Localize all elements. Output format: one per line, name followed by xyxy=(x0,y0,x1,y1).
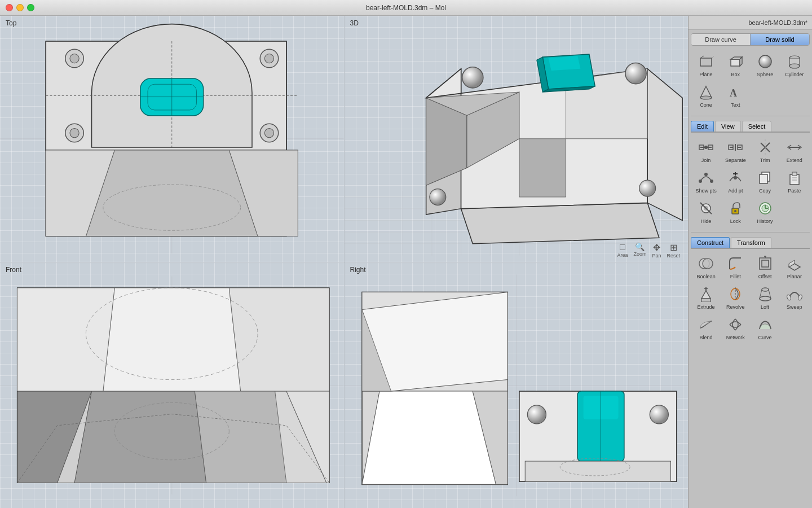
svg-line-86 xyxy=(712,56,714,58)
viewport-right[interactable]: Right xyxy=(345,262,689,509)
add-pt-icon xyxy=(726,169,744,187)
planar-label: Planar xyxy=(787,274,802,279)
plane-label: Plane xyxy=(700,72,713,77)
offset-label: Offset xyxy=(758,274,772,279)
separate-tool[interactable]: Separate xyxy=(721,136,749,165)
copy-tool[interactable]: Copy xyxy=(751,167,779,196)
svg-point-97 xyxy=(704,146,708,149)
svg-point-140 xyxy=(760,296,771,301)
svg-marker-72 xyxy=(361,391,496,484)
boolean-icon xyxy=(697,255,715,273)
sweep-label: Sweep xyxy=(787,304,802,310)
join-tool[interactable]: Join xyxy=(692,136,720,165)
fillet-tool[interactable]: Fillet xyxy=(721,252,749,282)
trim-label: Trim xyxy=(760,157,770,163)
draw-tabs: Draw curve Draw solid xyxy=(691,33,810,46)
panel-divider-2 xyxy=(691,232,810,233)
blend-tool[interactable]: Blend xyxy=(692,313,720,343)
svg-point-44 xyxy=(429,189,445,205)
vp-area-tool[interactable]: □ Area xyxy=(615,241,630,260)
cylinder-icon xyxy=(785,52,804,71)
lock-label: Lock xyxy=(730,218,741,224)
revolve-tool[interactable]: Revolve xyxy=(721,283,749,312)
copy-label: Copy xyxy=(759,188,771,194)
sweep-tool[interactable]: Sweep xyxy=(780,283,809,312)
lock-icon xyxy=(726,199,744,217)
viewport-3d-label: 3D xyxy=(350,19,359,27)
vp-reset-tool[interactable]: ⊞ Reset xyxy=(664,241,682,260)
viewport-top[interactable]: Top xyxy=(0,16,344,262)
viewport-top-svg xyxy=(0,16,344,262)
text-tool[interactable]: A Text xyxy=(721,81,749,110)
add-pt-tool[interactable]: Add pt xyxy=(721,167,749,196)
minimize-button[interactable] xyxy=(16,4,24,11)
view-tab[interactable]: View xyxy=(715,121,741,132)
extend-tool[interactable]: Extend xyxy=(780,136,809,165)
lock-tool[interactable]: Lock xyxy=(721,197,749,226)
show-pts-tool[interactable]: Show pts xyxy=(692,167,720,196)
extend-label: Extend xyxy=(787,157,802,163)
revolve-label: Revolve xyxy=(726,304,745,310)
boolean-tool[interactable]: Boolean xyxy=(692,252,720,282)
extrude-tool[interactable]: Extrude xyxy=(692,283,720,312)
text-label: Text xyxy=(731,102,740,108)
svg-rect-84 xyxy=(700,58,712,66)
viewports-container: Top xyxy=(0,16,688,508)
svg-marker-87 xyxy=(731,59,740,66)
viewport-top-label: Top xyxy=(6,19,16,27)
history-tool[interactable]: History xyxy=(751,197,779,226)
paste-icon xyxy=(785,169,804,187)
offset-icon xyxy=(756,255,774,273)
network-label: Network xyxy=(726,335,745,340)
maximize-button[interactable] xyxy=(27,4,34,11)
loft-tool[interactable]: Loft xyxy=(751,283,779,312)
cylinder-tool[interactable]: Cylinder xyxy=(780,50,809,80)
sphere-tool[interactable]: Sphere xyxy=(751,50,779,80)
svg-point-11 xyxy=(70,128,79,137)
svg-point-106 xyxy=(710,179,713,183)
network-tool[interactable]: Network xyxy=(721,313,749,343)
sweep-icon xyxy=(785,285,804,303)
offset-tool[interactable]: Offset xyxy=(751,252,779,282)
select-tab[interactable]: Select xyxy=(742,121,772,132)
edit-tools-grid: Join Separate xyxy=(691,135,810,227)
curve-tool[interactable]: Curve xyxy=(751,313,779,343)
svg-marker-49 xyxy=(548,56,580,71)
trim-tool[interactable]: Trim xyxy=(751,136,779,165)
svg-point-105 xyxy=(704,173,708,176)
hide-label: Hide xyxy=(701,218,712,224)
titlebar: bear-left-MOLD.3dm – Mol xyxy=(0,0,812,16)
svg-rect-111 xyxy=(760,174,767,183)
svg-point-90 xyxy=(759,55,771,68)
draw-curve-tab[interactable]: Draw curve xyxy=(691,34,751,45)
plane-tool[interactable]: Plane xyxy=(692,50,720,80)
viewport-3d[interactable]: 3D xyxy=(345,16,689,262)
separate-icon xyxy=(726,138,744,156)
edit-tab[interactable]: Edit xyxy=(691,121,714,132)
transform-tab[interactable]: Transform xyxy=(731,237,771,248)
construct-tools-grid: Boolean Fillet xyxy=(691,251,810,344)
viewport-front[interactable]: Front xyxy=(0,262,344,509)
close-button[interactable] xyxy=(6,4,13,11)
draw-solid-tab[interactable]: Draw solid xyxy=(751,34,809,45)
history-icon xyxy=(756,199,774,217)
join-label: Join xyxy=(701,157,711,163)
vp-pan-tool[interactable]: ✥ Pan xyxy=(650,241,663,260)
cone-tool[interactable]: Cone xyxy=(692,81,720,110)
construct-tab[interactable]: Construct xyxy=(691,237,730,248)
construct-tabs: Construct Transform xyxy=(691,237,810,249)
fillet-label: Fillet xyxy=(730,274,741,279)
svg-marker-36 xyxy=(647,69,682,221)
show-pts-label: Show pts xyxy=(696,188,717,194)
box-tool[interactable]: Box xyxy=(721,50,749,80)
hide-tool[interactable]: Hide xyxy=(692,197,720,226)
paste-tool[interactable]: Paste xyxy=(780,167,809,196)
vp-zoom-tool[interactable]: 🔍 Zoom xyxy=(631,241,648,260)
viewport-right-svg xyxy=(345,262,689,509)
svg-marker-134 xyxy=(701,291,710,299)
svg-point-45 xyxy=(639,180,655,196)
cylinder-label: Cylinder xyxy=(785,72,804,77)
trim-icon xyxy=(756,138,774,156)
svg-rect-127 xyxy=(762,260,769,267)
planar-tool[interactable]: Planar xyxy=(780,252,809,282)
